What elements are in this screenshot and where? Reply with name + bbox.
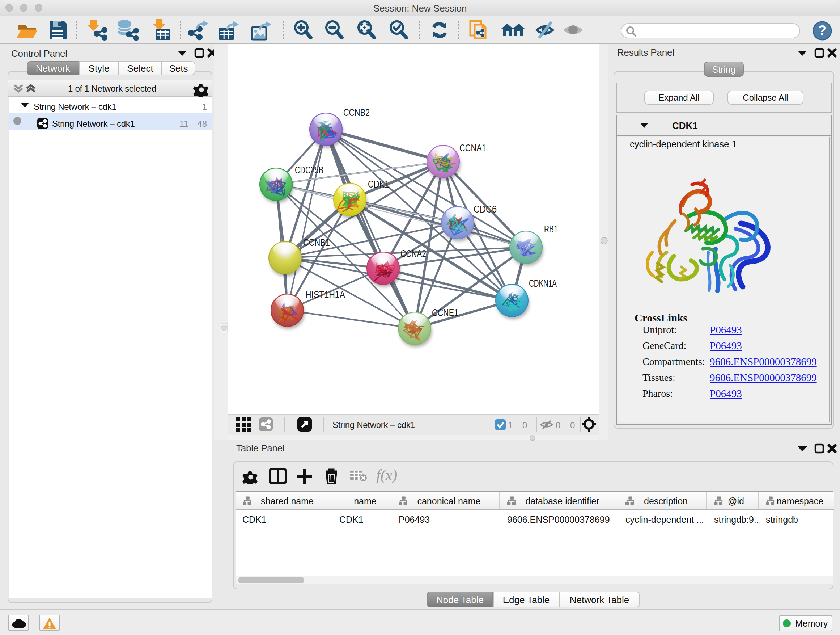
svg-text:CCNB2: CCNB2 [343, 107, 370, 118]
svg-text:CCNB1: CCNB1 [303, 237, 330, 248]
svg-text:CCNA1: CCNA1 [459, 143, 486, 154]
svg-text:CDK1: CDK1 [368, 179, 389, 190]
svg-text:HIST1H1A: HIST1H1A [305, 289, 345, 300]
svg-text:CCNE1: CCNE1 [432, 307, 458, 318]
svg-text:CDC6: CDC6 [474, 204, 497, 215]
svg-text:CDC25B: CDC25B [295, 165, 324, 176]
svg-text:CCNA2: CCNA2 [401, 249, 426, 259]
svg-text:?: ? [818, 23, 826, 38]
svg-text:CDKN1A: CDKN1A [529, 278, 557, 289]
svg-text:RB1: RB1 [544, 224, 558, 234]
